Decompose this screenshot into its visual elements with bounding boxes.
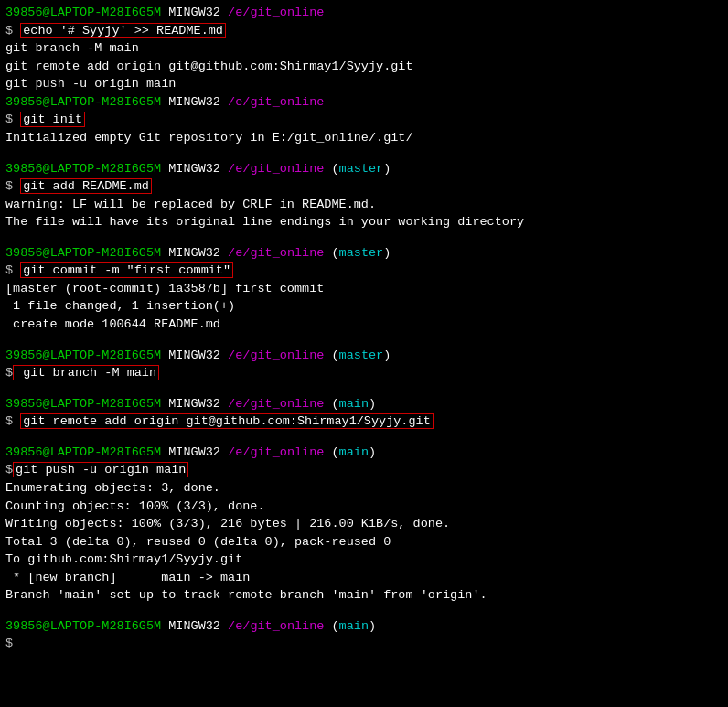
blank-line — [5, 147, 723, 160]
prompt-line: 39856@LAPTOP-M28I6G5M MINGW32 /e/git_onl… — [5, 444, 723, 462]
at-symbol: @ — [43, 95, 50, 109]
output-line: [master (root-commit) 1a3587b] first com… — [5, 280, 723, 298]
username: 39856 — [5, 5, 43, 19]
username: 39856 — [5, 95, 43, 109]
prompt-line: 39856@LAPTOP-M28I6G5M MINGW32 /e/git_onl… — [5, 93, 723, 112]
terminal-window: 39856@LAPTOP-M28I6G5M MINGW32 /e/git_onl… — [5, 4, 723, 653]
branch-close: ) — [383, 162, 391, 176]
username: 39856 — [5, 348, 43, 362]
blank-line — [5, 334, 723, 347]
command-text: git push -u origin main — [13, 462, 188, 477]
output-line: To github.com:Shirmay1/Syyjy.git — [5, 551, 723, 569]
shell-name: MINGW32 — [161, 95, 228, 109]
command-line: $ git branch -M main — [5, 364, 723, 382]
output-line: Counting objects: 100% (3/3), done. — [5, 498, 723, 516]
branch-open: ( — [324, 445, 338, 459]
hostname: LAPTOP-M28I6G5M — [50, 348, 162, 362]
dollar-sign: $ — [5, 414, 20, 428]
hostname: LAPTOP-M28I6G5M — [50, 445, 162, 459]
at-symbol: @ — [43, 162, 50, 176]
output-line: Writing objects: 100% (3/3), 216 bytes |… — [5, 515, 723, 533]
hostname: LAPTOP-M28I6G5M — [50, 162, 162, 176]
dollar-sign: $ — [5, 366, 13, 380]
shell-name: MINGW32 — [161, 445, 228, 459]
username: 39856 — [5, 619, 43, 633]
output-line: * [new branch] main -> main — [5, 569, 723, 587]
command-line: $ git commit -m "first commit" — [5, 262, 723, 280]
shell-name: MINGW32 — [161, 5, 228, 19]
command-line: $ git add README.md — [5, 177, 723, 196]
at-symbol: @ — [43, 5, 50, 19]
output-line: Initialized empty Git repository in E:/g… — [5, 129, 723, 147]
at-symbol: @ — [43, 348, 50, 362]
command-line: $ echo '# Syyjy' >> README.md — [5, 22, 723, 40]
prompt-line: 39856@LAPTOP-M28I6G5M MINGW32 /e/git_onl… — [5, 347, 723, 365]
hostname: LAPTOP-M28I6G5M — [50, 5, 162, 19]
hostname: LAPTOP-M28I6G5M — [50, 397, 162, 411]
current-path: /e/git_online — [228, 5, 324, 19]
branch-open: ( — [324, 246, 338, 260]
blank-line — [5, 382, 723, 395]
current-path: /e/git_online — [228, 445, 324, 459]
branch-name: main — [339, 397, 369, 411]
current-path: /e/git_online — [228, 246, 324, 260]
at-symbol: @ — [43, 397, 50, 411]
prompt-line: 39856@LAPTOP-M28I6G5M MINGW32 /e/git_onl… — [5, 617, 723, 636]
branch-name: master — [339, 246, 384, 260]
command-line: $ git init — [5, 111, 723, 129]
username: 39856 — [5, 162, 43, 176]
dollar-sign: $ — [5, 637, 13, 650]
command-text: git remote add origin git@github.com:Shi… — [20, 413, 434, 429]
username: 39856 — [5, 246, 43, 260]
output-line: Branch 'main' set up to track remote bra… — [5, 586, 723, 605]
dollar-sign: $ — [5, 263, 20, 277]
shell-name: MINGW32 — [161, 397, 228, 411]
output-line: git remote add origin git@github.com:Shi… — [5, 58, 723, 76]
branch-open: ( — [324, 162, 338, 176]
username: 39856 — [5, 445, 43, 459]
prompt-line: 39856@LAPTOP-M28I6G5M MINGW32 /e/git_onl… — [5, 244, 723, 262]
prompt-line: 39856@LAPTOP-M28I6G5M MINGW32 /e/git_onl… — [5, 160, 723, 178]
username: 39856 — [5, 397, 43, 411]
current-path: /e/git_online — [228, 348, 324, 362]
dollar-sign: $ — [5, 112, 20, 126]
branch-close: ) — [369, 445, 376, 459]
prompt-line: 39856@LAPTOP-M28I6G5M MINGW32 /e/git_onl… — [5, 4, 723, 22]
output-line: create mode 100644 README.md — [5, 316, 723, 334]
branch-close: ) — [369, 397, 376, 411]
branch-name: main — [339, 445, 369, 459]
dollar-sign: $ — [5, 463, 13, 477]
current-path: /e/git_online — [228, 397, 324, 411]
output-line: warning: LF will be replaced by CRLF in … — [5, 196, 723, 214]
shell-name: MINGW32 — [161, 162, 228, 176]
branch-close: ) — [369, 619, 376, 633]
branch-name: master — [339, 348, 384, 362]
at-symbol: @ — [43, 246, 50, 260]
hostname: LAPTOP-M28I6G5M — [50, 619, 162, 633]
cursor-line: $ — [5, 635, 723, 653]
branch-open: ( — [324, 619, 338, 633]
branch-close: ) — [383, 246, 391, 260]
command-text: git add README.md — [20, 178, 152, 194]
branch-close: ) — [383, 348, 391, 362]
current-path: /e/git_online — [228, 619, 324, 633]
current-path: /e/git_online — [228, 162, 324, 176]
at-symbol: @ — [43, 445, 50, 459]
command-line: $git push -u origin main — [5, 461, 723, 479]
shell-name: MINGW32 — [161, 246, 228, 260]
output-line: The file will have its original line end… — [5, 213, 723, 231]
branch-name: main — [339, 619, 369, 633]
command-text: git init — [20, 112, 85, 127]
hostname: LAPTOP-M28I6G5M — [50, 95, 162, 109]
shell-name: MINGW32 — [161, 348, 228, 362]
output-line: 1 file changed, 1 insertion(+) — [5, 297, 723, 316]
prompt-line: 39856@LAPTOP-M28I6G5M MINGW32 /e/git_onl… — [5, 395, 723, 413]
hostname: LAPTOP-M28I6G5M — [50, 246, 162, 260]
current-path: /e/git_online — [228, 95, 324, 109]
command-line: $ git remote add origin git@github.com:S… — [5, 412, 723, 431]
output-line: Enumerating objects: 3, done. — [5, 479, 723, 498]
command-text: echo '# Syyjy' >> README.md — [20, 23, 226, 38]
output-line: git branch -M main — [5, 39, 723, 58]
command-text: git commit -m "first commit" — [20, 262, 233, 278]
blank-line — [5, 431, 723, 444]
